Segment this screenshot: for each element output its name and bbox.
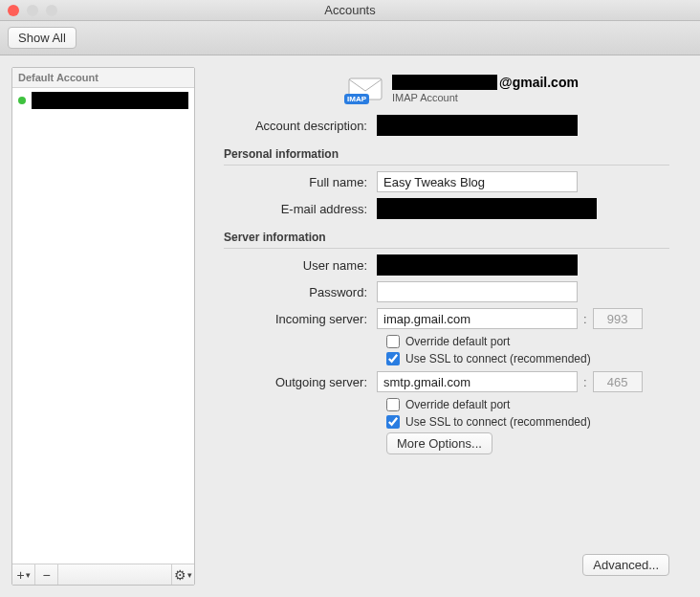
label-password: Password: <box>214 285 377 299</box>
label-full-name: Full name: <box>214 175 377 189</box>
dropdown-icon: ▾ <box>26 570 31 580</box>
outgoing-port-input[interactable] <box>593 371 643 392</box>
incoming-ssl-checkbox[interactable] <box>386 352 400 365</box>
outgoing-server-input[interactable] <box>377 371 578 392</box>
account-type-label: IMAP Account <box>392 92 579 103</box>
incoming-server-input[interactable] <box>377 308 578 329</box>
sidebar-list <box>12 88 194 564</box>
account-email: @gmail.com <box>392 75 579 90</box>
password-input[interactable] <box>377 281 578 302</box>
accounts-sidebar: Default Account +▾ − ⚙︎▾ <box>11 67 195 586</box>
row-description: Account description: <box>214 115 669 136</box>
row-incoming-ssl: Use SSL to connect (recommended) <box>386 352 669 365</box>
label-description: Account description: <box>214 119 377 133</box>
remove-account-button[interactable]: − <box>35 564 58 585</box>
row-incoming-override: Override default port <box>386 335 669 348</box>
colon-sep: : <box>578 312 593 326</box>
username-input[interactable] <box>377 254 578 276</box>
row-outgoing-ssl: Use SSL to connect (recommended) <box>386 415 669 429</box>
sidebar-footer: +▾ − ⚙︎▾ <box>12 564 194 585</box>
show-all-button[interactable]: Show All <box>8 27 77 49</box>
incoming-override-checkbox[interactable] <box>386 335 400 348</box>
account-title-block: @gmail.com IMAP Account <box>392 75 579 103</box>
outgoing-override-checkbox[interactable] <box>386 398 400 411</box>
account-detail-panel: IMAP @gmail.com IMAP Account Account des… <box>207 67 689 586</box>
section-server: Server information <box>224 231 669 249</box>
incoming-port-input[interactable] <box>593 308 643 329</box>
label-ssl-incoming: Use SSL to connect (recommended) <box>405 352 591 365</box>
section-personal: Personal information <box>224 147 669 166</box>
mail-icon: IMAP <box>348 76 383 102</box>
titlebar: Accounts <box>0 0 700 21</box>
email-suffix: @gmail.com <box>499 75 579 90</box>
full-name-input[interactable] <box>377 171 578 192</box>
dropdown-icon: ▾ <box>187 570 192 580</box>
window-title: Accounts <box>0 3 700 17</box>
row-username: User name: <box>214 254 669 276</box>
row-incoming: Incoming server: : <box>214 308 669 329</box>
label-override-outgoing: Override default port <box>405 398 510 411</box>
row-password: Password: <box>214 281 669 302</box>
status-dot-icon <box>18 97 26 104</box>
sidebar-header: Default Account <box>12 68 194 88</box>
outgoing-ssl-checkbox[interactable] <box>386 415 400 429</box>
imap-badge: IMAP <box>344 94 369 104</box>
email-prefix-redacted <box>392 75 497 90</box>
minus-icon: − <box>42 567 50 583</box>
advanced-button[interactable]: Advanced... <box>582 554 669 576</box>
label-email: E-mail address: <box>214 202 377 216</box>
account-header: IMAP @gmail.com IMAP Account <box>348 75 669 103</box>
row-full-name: Full name: <box>214 171 669 192</box>
add-account-button[interactable]: +▾ <box>12 564 35 585</box>
sidebar-item-account[interactable] <box>12 88 194 113</box>
gear-icon: ⚙︎ <box>174 567 186 583</box>
label-username: User name: <box>214 258 377 273</box>
toolbar: Show All <box>0 21 700 55</box>
plus-icon: + <box>16 567 24 583</box>
account-name-redacted <box>32 92 188 109</box>
more-options-button[interactable]: More Options... <box>386 432 492 454</box>
label-override-incoming: Override default port <box>405 335 510 348</box>
row-outgoing: Outgoing server: : <box>214 371 669 392</box>
row-email: E-mail address: <box>214 198 669 219</box>
colon-sep: : <box>578 375 593 389</box>
description-input[interactable] <box>377 115 578 136</box>
label-incoming: Incoming server: <box>214 312 377 326</box>
row-outgoing-override: Override default port <box>386 398 669 411</box>
label-ssl-outgoing: Use SSL to connect (recommended) <box>405 415 591 429</box>
settings-menu-button[interactable]: ⚙︎▾ <box>171 564 194 585</box>
main-area: Default Account +▾ − ⚙︎▾ <box>0 55 700 597</box>
email-input[interactable] <box>377 198 597 219</box>
label-outgoing: Outgoing server: <box>214 375 377 389</box>
